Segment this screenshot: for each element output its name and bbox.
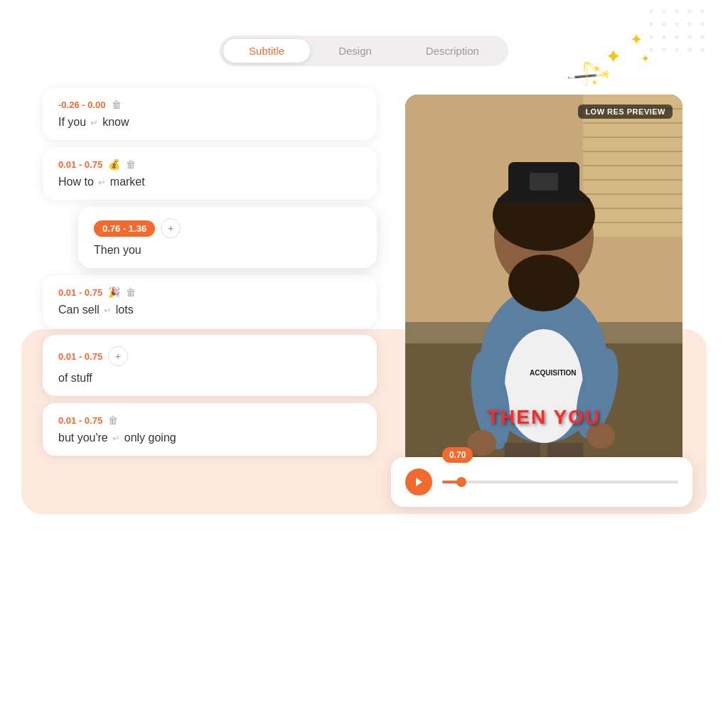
video-subtitle-overlay: THEN YOU <box>487 406 601 429</box>
trash-icon-1[interactable]: 🗑 <box>112 99 122 110</box>
subtitle-list: -0.26 - 0.00 🗑 If you ↵ know 0.01 - 0.75… <box>43 87 377 486</box>
word-3a: Then you <box>94 244 141 257</box>
arrow-icon-2: ↵ <box>98 177 106 188</box>
add-btn-5[interactable]: + <box>108 346 128 366</box>
word-4a: Can sell <box>58 304 100 316</box>
time-row-6: 0.01 - 0.75 🗑 <box>58 414 361 426</box>
arrow-icon-4: ↵ <box>104 305 112 316</box>
subtitle-text-2: How to ↵ market <box>58 176 361 188</box>
video-area: ✦ ✦ ✦ 🪄 <box>398 87 685 486</box>
progress-thumb[interactable] <box>456 477 466 487</box>
word-5a: of stuff <box>58 372 92 385</box>
time-row-5: 0.01 - 0.75 + <box>58 346 361 366</box>
time-badge-2: 0.01 - 0.75 <box>58 159 102 170</box>
emoji-icon-2[interactable]: 💰 <box>108 159 120 170</box>
low-res-badge: LOW RES PREVIEW <box>578 105 673 119</box>
svg-text:ACQUISITION: ACQUISITION <box>530 369 577 377</box>
subtitle-card-1: -0.26 - 0.00 🗑 If you ↵ know <box>43 87 377 140</box>
word-1a: If you <box>58 116 86 129</box>
subtitle-text-4: Can sell ↵ lots <box>58 304 361 316</box>
main-container: Subtitle Design Description -0.26 - 0.00… <box>43 36 685 685</box>
subtitle-text-1: If you ↵ know <box>58 116 361 129</box>
time-badge-1: -0.26 - 0.00 <box>58 100 106 110</box>
trash-icon-2[interactable]: 🗑 <box>126 159 136 170</box>
add-btn-3[interactable]: + <box>161 218 181 238</box>
subtitle-card-6: 0.01 - 0.75 🗑 but you're ↵ only going <box>43 403 377 456</box>
subtitle-text-5: of stuff <box>58 372 361 385</box>
time-indicator: 0.70 <box>442 447 473 463</box>
tab-description[interactable]: Description <box>400 39 505 63</box>
tab-design[interactable]: Design <box>313 39 397 63</box>
svg-point-20 <box>508 255 579 311</box>
progress-track[interactable] <box>442 481 678 483</box>
trash-icon-4[interactable]: 🗑 <box>126 287 136 298</box>
time-badge-6: 0.01 - 0.75 <box>58 415 102 426</box>
time-row-3: 0.76 - 1.36 + <box>94 218 361 238</box>
word-1b: know <box>102 116 129 129</box>
subtitle-text-3: Then you <box>94 244 361 257</box>
tab-pill: Subtitle Design Description <box>220 36 508 66</box>
word-6a: but you're <box>58 432 108 444</box>
subtitle-card-4: 0.01 - 0.75 🎉 🗑 Can sell ↵ lots <box>43 275 377 328</box>
arrow-icon-6: ↵ <box>112 433 120 444</box>
trash-icon-6[interactable]: 🗑 <box>108 414 118 426</box>
play-button[interactable] <box>405 469 432 496</box>
word-4b: lots <box>116 304 134 316</box>
subtitle-text-6: but you're ↵ only going <box>58 432 361 444</box>
time-badge-4: 0.01 - 0.75 <box>58 287 102 298</box>
subtitle-card-5: 0.01 - 0.75 + of stuff <box>43 335 377 396</box>
tab-subtitle[interactable]: Subtitle <box>223 39 310 63</box>
emoji-icon-4[interactable]: 🎉 <box>108 287 120 298</box>
word-2b: market <box>110 176 145 188</box>
svg-rect-19 <box>530 173 558 191</box>
word-2a: How to <box>58 176 94 188</box>
player-bar: 0.70 <box>391 457 692 507</box>
time-row-4: 0.01 - 0.75 🎉 🗑 <box>58 287 361 298</box>
time-badge-5: 0.01 - 0.75 <box>58 351 102 362</box>
time-badge-3: 0.76 - 1.36 <box>94 220 155 237</box>
content-area: -0.26 - 0.00 🗑 If you ↵ know 0.01 - 0.75… <box>43 87 685 486</box>
video-preview: ACQUISITION LOW RES PREVIEW THEN YOU <box>405 95 682 486</box>
arrow-icon-1: ↵ <box>90 117 98 128</box>
time-row-2: 0.01 - 0.75 💰 🗑 <box>58 159 361 170</box>
svg-marker-28 <box>416 478 422 486</box>
subtitle-card-2: 0.01 - 0.75 💰 🗑 How to ↵ market <box>43 147 377 200</box>
time-row-1: -0.26 - 0.00 🗑 <box>58 99 361 110</box>
subtitle-card-3: 0.76 - 1.36 + Then you <box>78 207 377 268</box>
word-6b: only going <box>124 432 176 444</box>
